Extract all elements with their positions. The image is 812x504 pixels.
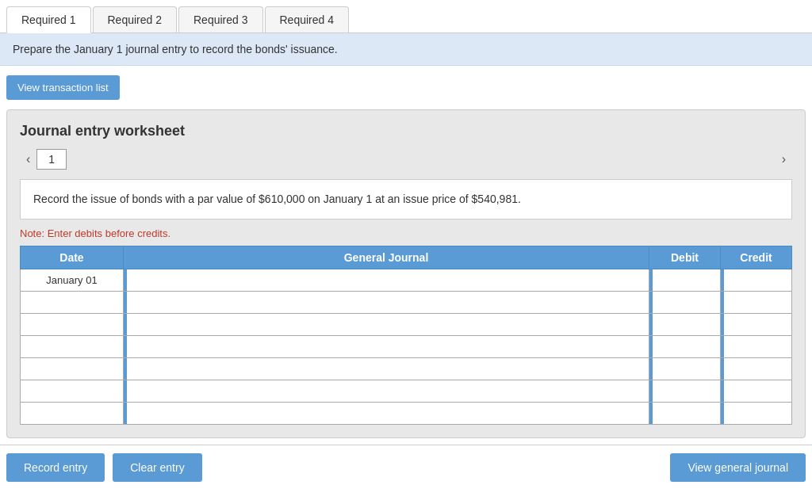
- view-transaction-button[interactable]: View transaction list: [6, 75, 120, 100]
- prev-page-button[interactable]: ‹: [20, 149, 36, 170]
- credit-cell: [721, 336, 792, 358]
- general-journal-cell: [124, 292, 649, 314]
- header-general-journal: General Journal: [124, 246, 649, 269]
- tab-required-4[interactable]: Required 4: [265, 6, 350, 32]
- date-cell: [21, 358, 124, 380]
- credit-cell: [721, 292, 792, 314]
- credit-input[interactable]: [721, 358, 791, 380]
- worksheet-container: Journal entry worksheet ‹ 1 › Record the…: [6, 109, 806, 438]
- debit-input[interactable]: [649, 314, 720, 335]
- credit-cell: [721, 314, 792, 336]
- debit-cell: [649, 403, 721, 425]
- credit-cell: [721, 403, 792, 425]
- table-row: [21, 358, 792, 380]
- credit-input[interactable]: [721, 292, 791, 313]
- credit-input[interactable]: [721, 336, 791, 357]
- general-journal-cell: [124, 269, 649, 292]
- table-row: January 01: [21, 269, 792, 292]
- record-entry-button[interactable]: Record entry: [6, 453, 105, 482]
- general-journal-cell: [124, 336, 649, 358]
- date-cell: [21, 314, 124, 336]
- view-general-journal-button[interactable]: View general journal: [670, 453, 806, 482]
- table-row: [21, 403, 792, 425]
- page-number: 1: [36, 149, 67, 170]
- table-row: [21, 292, 792, 314]
- table-row: [21, 380, 792, 403]
- debit-input[interactable]: [649, 358, 720, 380]
- worksheet-title: Journal entry worksheet: [20, 123, 792, 139]
- general-journal-input[interactable]: [124, 403, 649, 424]
- tab-required-1[interactable]: Required 1: [6, 6, 91, 33]
- next-page-button[interactable]: ›: [776, 149, 792, 170]
- debit-cell: [649, 314, 721, 336]
- buttons-row: Record entry Clear entry View general jo…: [0, 445, 812, 490]
- tab-required-2[interactable]: Required 2: [93, 6, 178, 32]
- date-cell: [21, 336, 124, 358]
- info-banner: Prepare the January 1 journal entry to r…: [0, 33, 812, 66]
- header-date: Date: [21, 246, 124, 269]
- debit-input[interactable]: [649, 380, 720, 402]
- date-cell: [21, 292, 124, 314]
- date-cell: [21, 380, 124, 403]
- debit-cell: [649, 358, 721, 380]
- info-banner-text: Prepare the January 1 journal entry to r…: [13, 43, 338, 55]
- tab-required-3[interactable]: Required 3: [178, 6, 263, 32]
- date-cell: [21, 403, 124, 425]
- general-journal-input[interactable]: [124, 269, 649, 291]
- debit-cell: [649, 336, 721, 358]
- credit-cell: [721, 358, 792, 380]
- general-journal-cell: [124, 314, 649, 336]
- general-journal-cell: [124, 380, 649, 403]
- credit-input[interactable]: [721, 314, 791, 335]
- general-journal-input[interactable]: [124, 380, 649, 402]
- general-journal-input[interactable]: [124, 336, 649, 357]
- page-nav: ‹ 1 ›: [20, 149, 792, 170]
- journal-table: Date General Journal Debit Credit Januar…: [20, 246, 792, 425]
- date-cell: January 01: [21, 269, 124, 292]
- debit-input[interactable]: [649, 269, 720, 291]
- general-journal-cell: [124, 403, 649, 425]
- credit-input[interactable]: [721, 380, 791, 402]
- clear-entry-button[interactable]: Clear entry: [113, 453, 201, 482]
- debit-input[interactable]: [649, 403, 720, 424]
- credit-input[interactable]: [721, 403, 791, 424]
- table-row: [21, 314, 792, 336]
- general-journal-input[interactable]: [124, 358, 649, 380]
- debit-cell: [649, 292, 721, 314]
- credit-cell: [721, 269, 792, 292]
- description-box: Record the issue of bonds with a par val…: [20, 179, 792, 220]
- header-debit: Debit: [649, 246, 721, 269]
- general-journal-input[interactable]: [124, 292, 649, 313]
- general-journal-input[interactable]: [124, 314, 649, 335]
- debit-input[interactable]: [649, 292, 720, 313]
- note-text: Note: Enter debits before credits.: [20, 227, 792, 239]
- debit-cell: [649, 380, 721, 403]
- credit-cell: [721, 380, 792, 403]
- tabs-container: Required 1 Required 2 Required 3 Require…: [0, 0, 812, 33]
- table-row: [21, 336, 792, 358]
- description-text: Record the issue of bonds with a par val…: [33, 193, 521, 205]
- debit-cell: [649, 269, 721, 292]
- general-journal-cell: [124, 358, 649, 380]
- header-credit: Credit: [721, 246, 792, 269]
- credit-input[interactable]: [721, 269, 791, 291]
- debit-input[interactable]: [649, 336, 720, 357]
